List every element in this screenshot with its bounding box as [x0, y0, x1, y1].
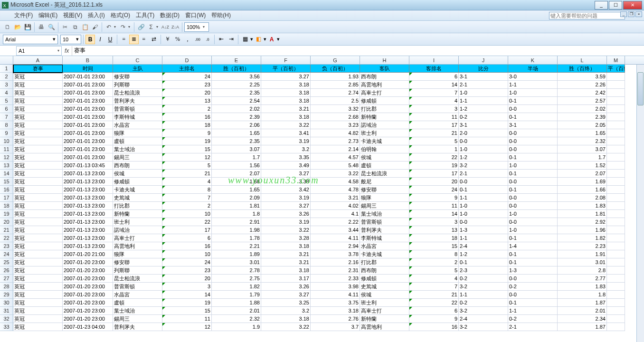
cell[interactable]: 史篤城 — [113, 194, 162, 202]
cell[interactable]: 1-0 — [459, 202, 508, 210]
cell[interactable]: 班士利 — [113, 218, 162, 226]
cell[interactable]: 2007-01-13 23:00 — [63, 178, 113, 186]
cell[interactable]: 3.2 — [261, 145, 311, 153]
cell[interactable]: 2007-01-01 23:00 — [63, 121, 113, 129]
cell[interactable]: 1.83 — [558, 202, 607, 210]
cell[interactable]: 英冠 — [13, 323, 63, 331]
cell[interactable]: 0-1 — [508, 113, 558, 121]
cell[interactable]: 2.35 — [212, 137, 261, 145]
cell[interactable]: 1.89 — [212, 250, 261, 258]
cell[interactable] — [607, 178, 625, 186]
cell[interactable]: 英冠 — [13, 113, 63, 121]
cell[interactable]: 3.2 — [261, 307, 311, 315]
cell[interactable]: 2.78 — [212, 266, 261, 275]
cell[interactable]: 4.11 — [311, 234, 360, 242]
cell[interactable]: 3.18 — [261, 113, 311, 121]
cell[interactable]: 3.35 — [261, 153, 311, 162]
cell[interactable]: 英冠 — [13, 137, 63, 145]
formula-bar[interactable]: 赛事 — [72, 46, 644, 56]
cell[interactable]: 3.18 — [261, 89, 311, 97]
cell[interactable]: 2007-01-20 23:00 — [63, 299, 113, 307]
cell[interactable]: 3.01 — [558, 258, 607, 266]
cell[interactable]: 西布朗 — [360, 73, 409, 81]
merge-button[interactable]: ⇄ — [149, 35, 159, 44]
cell[interactable]: 1-4 — [508, 242, 558, 250]
cell[interactable]: 3.38 — [261, 178, 311, 186]
header-cell[interactable]: 负（百初） — [311, 65, 360, 73]
worksheet-grid[interactable]: ABCDEFGHIJKLM 1赛事时间主队主排名胜（百初）平（百初）负（百初）客… — [0, 56, 644, 342]
cell[interactable]: 15 — [162, 145, 212, 153]
header-cell[interactable]: 胜（百终） — [558, 65, 607, 73]
cell[interactable]: 1.83 — [558, 283, 607, 291]
font-color-button[interactable]: A — [267, 35, 276, 44]
cell[interactable]: 24 — [162, 258, 212, 266]
cell[interactable]: 英冠 — [13, 291, 63, 299]
fill-color-button[interactable]: ◧ — [254, 35, 263, 44]
percent-button[interactable]: % — [173, 35, 182, 44]
cell[interactable]: 1.81 — [558, 210, 607, 218]
cell[interactable]: 2007-01-13 23:00 — [63, 242, 113, 250]
cell[interactable]: 3.21 — [311, 194, 360, 202]
cell[interactable]: 2.54 — [212, 97, 261, 105]
align-right-button[interactable]: ≡ — [139, 35, 149, 44]
row-header[interactable]: 19 — [0, 210, 13, 218]
cell[interactable]: 打比郡 — [113, 202, 162, 210]
cut-icon[interactable]: ✂ — [60, 22, 70, 32]
cell[interactable]: 打比郡 — [360, 105, 409, 113]
cell[interactable]: 0-1 — [508, 258, 558, 266]
cell[interactable]: 11 — [162, 315, 212, 323]
cell[interactable]: 卡迪夫城 — [360, 137, 409, 145]
row-header[interactable]: 6 — [0, 105, 13, 113]
cell[interactable]: 0-1 — [508, 153, 558, 162]
cell[interactable]: 13 — [162, 97, 212, 105]
cell[interactable]: 3 — [162, 283, 212, 291]
cell[interactable]: 修安聯 — [113, 258, 162, 266]
cell[interactable]: 2.39 — [558, 113, 607, 121]
cell[interactable]: 英冠 — [13, 202, 63, 210]
row-header[interactable]: 28 — [0, 283, 13, 291]
cell[interactable]: 英冠 — [13, 81, 63, 89]
cell[interactable]: 0-1 — [508, 234, 558, 242]
cell[interactable]: 2.02 — [212, 105, 261, 113]
cell[interactable]: 3.18 — [261, 266, 311, 275]
cell[interactable]: 2.94 — [311, 242, 360, 250]
cell[interactable]: 諾域治 — [360, 121, 409, 129]
cell[interactable]: 10 — [162, 210, 212, 218]
cell[interactable]: 卡迪夫城 — [113, 186, 162, 194]
cell[interactable]: 英冠 — [13, 73, 63, 81]
cell[interactable]: 英冠 — [13, 218, 63, 226]
header-cell[interactable]: 比分 — [459, 65, 508, 73]
cell[interactable]: 3.27 — [261, 170, 311, 178]
col-header-E[interactable]: E — [212, 56, 261, 64]
cell[interactable]: 2007-01-13 23:00 — [63, 170, 113, 178]
cell[interactable]: 2.35 — [212, 89, 261, 97]
cell[interactable]: 1.69 — [558, 178, 607, 186]
cell[interactable]: 7 — [409, 283, 459, 291]
row-header[interactable]: 10 — [0, 137, 13, 145]
cell[interactable]: 14 — [409, 81, 459, 89]
cell[interactable]: 新特蘭 — [360, 315, 409, 323]
cell[interactable]: 高雲地利 — [360, 323, 409, 331]
cell[interactable]: 2.42 — [558, 89, 607, 97]
header-cell[interactable]: 主排名 — [162, 65, 212, 73]
cell[interactable]: 英冠 — [13, 283, 63, 291]
cell[interactable]: 2007-01-20 23:00 — [63, 307, 113, 315]
cell[interactable]: 2.01 — [558, 307, 607, 315]
row-header[interactable]: 25 — [0, 258, 13, 266]
cell[interactable]: 0-0 — [459, 218, 508, 226]
help-search[interactable] — [549, 12, 625, 19]
cell[interactable]: 3.22 — [311, 170, 360, 178]
cell[interactable]: 19 — [409, 162, 459, 170]
cell[interactable]: 高車士打 — [360, 89, 409, 97]
cell[interactable]: 2.39 — [212, 113, 261, 121]
cell[interactable]: 2007-01-20 21:00 — [63, 250, 113, 258]
row-header[interactable]: 24 — [0, 250, 13, 258]
cell[interactable]: 8 — [162, 186, 212, 194]
cell[interactable]: 葉士域治 — [360, 210, 409, 218]
cell[interactable]: 0-2 — [459, 113, 508, 121]
cell[interactable]: 英冠 — [13, 178, 63, 186]
cell[interactable]: 1-1 — [508, 81, 558, 89]
menu-data[interactable]: 数据(D) — [157, 10, 182, 20]
menu-window[interactable]: 窗口(W) — [182, 10, 208, 20]
cell[interactable]: 15 — [409, 242, 459, 250]
